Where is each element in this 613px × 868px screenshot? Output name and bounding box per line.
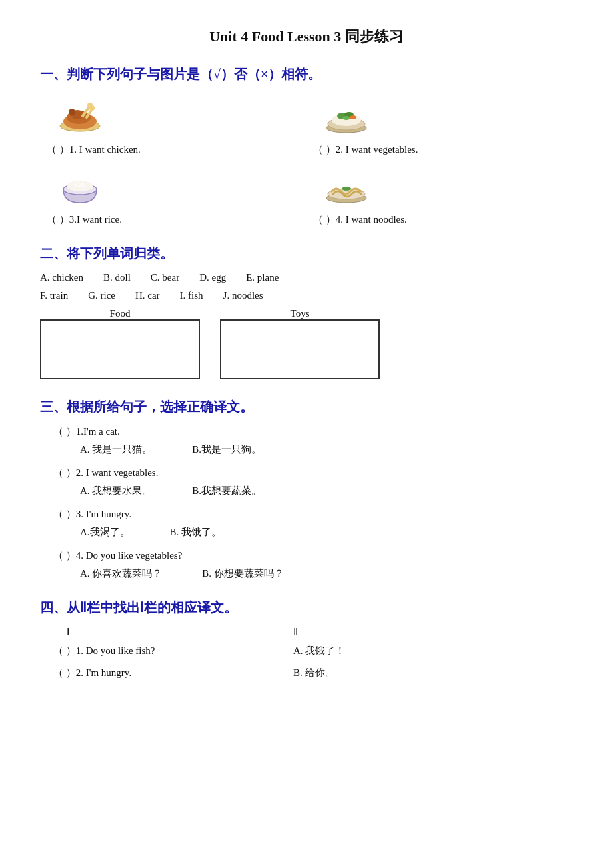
word-6: F. train	[40, 290, 68, 301]
s4-item-1: （ ）1. Do you like fish? A. 我饿了！	[53, 645, 573, 657]
svg-point-26	[342, 187, 351, 191]
toys-label: Toys	[291, 308, 310, 319]
s1-label-1: （ ）1. I want chicken.	[47, 143, 141, 156]
s4-a1: A. 我饿了！	[293, 645, 493, 657]
s4-col1-header: Ⅰ	[67, 626, 293, 638]
s3-q2-optB: B.我想要蔬菜。	[192, 485, 261, 497]
s3-opts-4: A. 你喜欢蔬菜吗？ B. 你想要蔬菜吗？	[80, 567, 573, 580]
s3-item-2: （ ）2. I want vegetables. A. 我想要水果。 B.我想要…	[53, 467, 573, 497]
s4-q2: （ ）2. I'm hungry.	[53, 667, 293, 679]
s4-col2-header: Ⅱ	[293, 626, 493, 638]
s4-a2: B. 给你。	[293, 667, 493, 679]
s3-q3-optA: A.我渴了。	[80, 526, 130, 539]
s1-item-4: （ ）4. I want noodles.	[306, 163, 573, 226]
s1-label-4: （ ）4. I want noodles.	[313, 213, 407, 226]
word-2: B. doll	[103, 272, 131, 283]
s3-q4-optA: A. 你喜欢蔬菜吗？	[80, 567, 162, 580]
food-img-chicken	[47, 93, 113, 139]
s4-item-2: （ ）2. I'm hungry. B. 给你。	[53, 667, 573, 679]
word-7: G. rice	[88, 290, 115, 301]
s4-header: Ⅰ Ⅱ	[67, 626, 573, 638]
s3-item-1: （ ）1.I'm a cat. A. 我是一只猫。 B.我是一只狗。	[53, 425, 573, 456]
word-9: I. fish	[180, 290, 203, 301]
word-4: D. egg	[199, 272, 226, 283]
section-1: 一、判断下列句子与图片是（√）否（×）相符。 （ ）1.	[40, 65, 573, 226]
vegetables-icon	[320, 96, 373, 136]
s3-q1-optB: B.我是一只狗。	[192, 443, 261, 456]
s3-item-4: （ ）4. Do you like vegetables? A. 你喜欢蔬菜吗？…	[53, 549, 573, 580]
toys-category: Toys	[220, 308, 380, 379]
s3-q4-optB: B. 你想要蔬菜吗？	[202, 567, 284, 580]
section4-heading: 四、从Ⅱ栏中找出Ⅰ栏的相应译文。	[40, 599, 573, 617]
section-2: 二、将下列单词归类。 A. chicken B. doll C. bear D.…	[40, 245, 573, 379]
svg-point-8	[87, 103, 93, 108]
s3-q3: （ ）3. I'm hungry.	[53, 508, 573, 521]
food-img-noodles	[313, 163, 380, 209]
s1-label-2: （ ）2. I want vegetables.	[313, 143, 418, 156]
category-boxes: Food Toys	[40, 308, 573, 379]
word-list: A. chicken B. doll C. bear D. egg E. pla…	[40, 272, 573, 283]
section-4: 四、从Ⅱ栏中找出Ⅰ栏的相应译文。 Ⅰ Ⅱ （ ）1. Do you like f…	[40, 599, 573, 679]
food-img-rice	[47, 163, 113, 209]
s1-item-1: （ ）1. I want chicken.	[40, 93, 306, 156]
section1-grid: （ ）1. I want chicken. （ ）	[40, 93, 573, 226]
s1-item-3: （ ）3.I want rice.	[40, 163, 306, 226]
word-3: C. bear	[151, 272, 179, 283]
section3-heading: 三、根据所给句子，选择正确译文。	[40, 398, 573, 416]
word-8: H. car	[135, 290, 160, 301]
s3-item-3: （ ）3. I'm hungry. A.我渴了。 B. 我饿了。	[53, 508, 573, 539]
section2-heading: 二、将下列单词归类。	[40, 245, 573, 263]
s3-q1-optA: A. 我是一只猫。	[80, 443, 152, 456]
svg-point-14	[342, 116, 350, 120]
s3-q3-optB: B. 我饿了。	[170, 526, 222, 539]
section-3: 三、根据所给句子，选择正确译文。 （ ）1.I'm a cat. A. 我是一只…	[40, 398, 573, 580]
section1-heading: 一、判断下列句子与图片是（√）否（×）相符。	[40, 65, 573, 83]
chicken-icon	[53, 96, 107, 136]
word-1: A. chicken	[40, 272, 83, 283]
s3-opts-2: A. 我想要水果。 B.我想要蔬菜。	[80, 485, 573, 497]
word-list-2: F. train G. rice H. car I. fish J. noodl…	[40, 290, 573, 301]
food-label: Food	[110, 308, 131, 319]
s3-q1: （ ）1.I'm a cat.	[53, 425, 573, 438]
s4-q1: （ ）1. Do you like fish?	[53, 645, 293, 657]
word-10: J. noodles	[223, 290, 263, 301]
food-category: Food	[40, 308, 200, 379]
noodles-icon	[320, 166, 373, 206]
svg-point-15	[350, 115, 356, 119]
s3-opts-1: A. 我是一只猫。 B.我是一只狗。	[80, 443, 573, 456]
s3-q2: （ ）2. I want vegetables.	[53, 467, 573, 479]
svg-point-4	[69, 109, 75, 115]
rice-icon	[53, 166, 107, 206]
food-img-vegetables	[313, 93, 380, 139]
food-box[interactable]	[40, 319, 200, 379]
s3-opts-3: A.我渴了。 B. 我饿了。	[80, 526, 573, 539]
s1-item-2: （ ）2. I want vegetables.	[306, 93, 573, 156]
page-title: Unit 4 Food Lesson 3 同步练习	[40, 27, 573, 47]
s3-q2-optA: A. 我想要水果。	[80, 485, 152, 497]
toys-box[interactable]	[220, 319, 380, 379]
s3-q4: （ ）4. Do you like vegetables?	[53, 549, 573, 562]
word-5: E. plane	[246, 272, 279, 283]
s1-label-3: （ ）3.I want rice.	[47, 213, 122, 226]
